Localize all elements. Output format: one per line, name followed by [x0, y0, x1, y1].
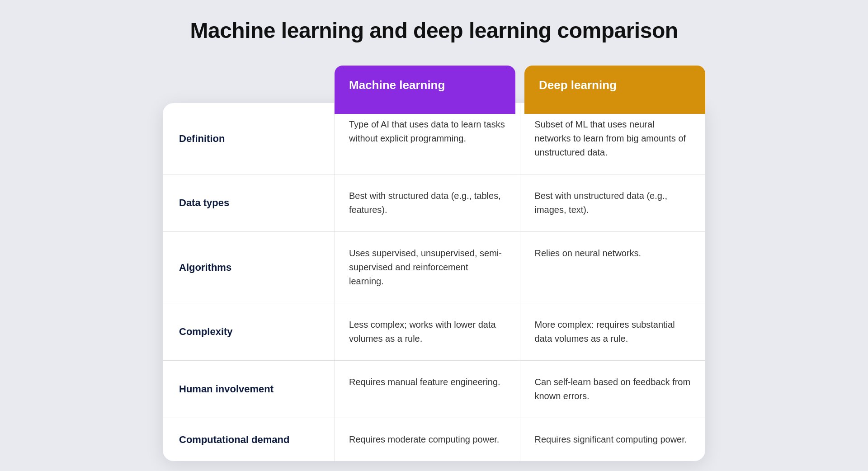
ml-cell: Best with structured data (e.g., tables,… [335, 174, 520, 231]
dl-cell: Can self-learn based on feedback from kn… [520, 361, 706, 418]
table-row: ComplexityLess complex; works with lower… [163, 303, 705, 361]
ml-cell: Less complex; works with lower data volu… [335, 303, 520, 360]
row-label: Algorithms [163, 232, 335, 303]
ml-cell: Requires manual feature engineering. [335, 361, 520, 418]
dl-cell: More complex: requires substantial data … [520, 303, 706, 360]
table-row: AlgorithmsUses supervised, unsupervised,… [163, 232, 705, 303]
row-label: Complexity [163, 303, 335, 360]
table-row: Computational demandRequires moderate co… [163, 418, 705, 461]
dl-cell: Best with unstructured data (e.g., image… [520, 174, 706, 231]
table-card: DefinitionType of AI that uses data to l… [163, 103, 705, 461]
row-label: Definition [163, 103, 335, 174]
column-headers: Machine learning Deep learning [335, 66, 705, 114]
ml-column-header: Machine learning [335, 66, 515, 114]
page-title: Machine learning and deep learning compa… [190, 18, 678, 43]
dl-cell: Requires significant computing power. [520, 418, 706, 461]
row-label: Human involvement [163, 361, 335, 418]
row-label: Data types [163, 174, 335, 231]
table-row: Data typesBest with structured data (e.g… [163, 174, 705, 232]
row-label: Computational demand [163, 418, 335, 461]
ml-cell: Uses supervised, unsupervised, semi-supe… [335, 232, 520, 303]
dl-cell: Relies on neural networks. [520, 232, 706, 303]
ml-cell: Requires moderate computing power. [335, 418, 520, 461]
table-row: Human involvementRequires manual feature… [163, 361, 705, 418]
dl-column-header: Deep learning [524, 66, 705, 114]
comparison-table: Machine learning Deep learning Definitio… [163, 66, 705, 461]
